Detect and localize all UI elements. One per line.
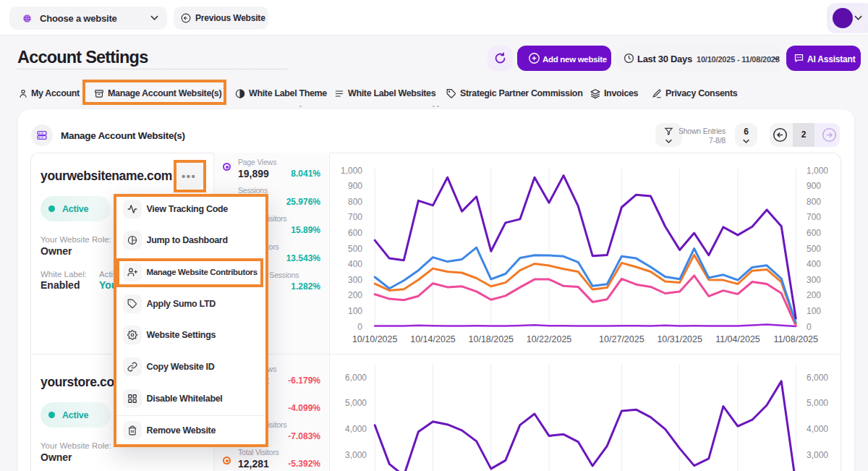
svg-text:4,000: 4,000 <box>345 424 367 434</box>
svg-text:100: 100 <box>348 306 362 316</box>
svg-text:3,000: 3,000 <box>345 450 367 460</box>
svg-text:900: 900 <box>348 181 362 191</box>
svg-text:10/18/2025: 10/18/2025 <box>469 334 514 344</box>
svg-text:500: 500 <box>807 244 821 254</box>
svg-text:100: 100 <box>807 306 821 316</box>
svg-text:0: 0 <box>807 322 812 332</box>
svg-text:900: 900 <box>807 181 821 191</box>
svg-text:10/22/2025: 10/22/2025 <box>527 334 572 344</box>
svg-text:1,000: 1,000 <box>807 166 828 176</box>
svg-text:4,000: 4,000 <box>807 424 828 434</box>
svg-text:1,000: 1,000 <box>341 166 362 176</box>
svg-text:800: 800 <box>348 197 362 207</box>
svg-text:10/10/2025: 10/10/2025 <box>352 334 398 344</box>
svg-text:800: 800 <box>807 197 821 207</box>
svg-text:700: 700 <box>348 212 362 222</box>
svg-text:3,000: 3,000 <box>807 450 828 460</box>
svg-text:400: 400 <box>807 259 821 269</box>
svg-text:11/04/2025: 11/04/2025 <box>715 334 760 344</box>
svg-text:300: 300 <box>807 275 821 285</box>
svg-text:10/31/2025: 10/31/2025 <box>657 334 702 344</box>
svg-text:400: 400 <box>348 259 362 269</box>
svg-text:10/14/2025: 10/14/2025 <box>410 334 456 344</box>
svg-text:600: 600 <box>348 228 362 238</box>
svg-text:300: 300 <box>348 275 362 285</box>
svg-text:700: 700 <box>807 212 821 222</box>
svg-text:5,000: 5,000 <box>807 398 828 408</box>
svg-text:0: 0 <box>357 322 362 332</box>
svg-text:200: 200 <box>348 290 362 300</box>
svg-text:6,000: 6,000 <box>345 373 367 383</box>
svg-text:11/08/2025: 11/08/2025 <box>773 334 818 344</box>
svg-text:10/27/2025: 10/27/2025 <box>599 334 644 344</box>
svg-text:6,000: 6,000 <box>807 373 828 383</box>
svg-text:5,000: 5,000 <box>345 398 367 408</box>
svg-text:200: 200 <box>807 290 821 300</box>
svg-text:500: 500 <box>348 244 362 254</box>
svg-text:600: 600 <box>807 228 821 238</box>
